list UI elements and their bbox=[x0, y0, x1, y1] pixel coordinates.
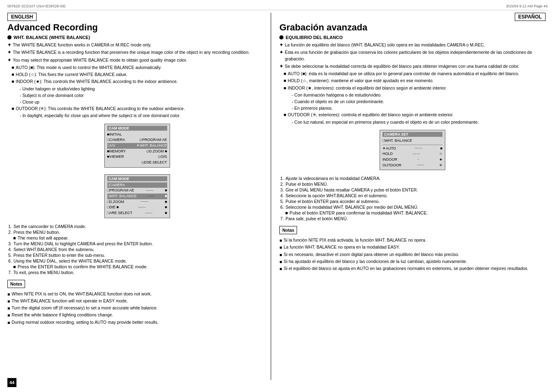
es-step-6: 6. Seleccione la modalidad WHT. BALANCE … bbox=[280, 205, 546, 210]
step-text-2: Press the MENU button. bbox=[14, 230, 60, 235]
sq-text-indoor: INDOOR (★): This controls the WHITE BALA… bbox=[16, 78, 177, 85]
plus-sym-1: ✦ bbox=[7, 42, 11, 48]
es-note-sq-3: ■ bbox=[279, 252, 282, 258]
notes-box: Notes bbox=[7, 280, 25, 288]
note-text-4: Reset the white balance if lighting cond… bbox=[12, 312, 113, 318]
left-section-title: Advanced Recording bbox=[7, 23, 267, 32]
es-plus-sym-2: ✦ bbox=[279, 49, 283, 62]
equilibrio-label: EQUILIBRIO DEL BLANCO bbox=[286, 35, 343, 40]
step-num-5: 5. bbox=[8, 253, 12, 258]
cam-row-aresel: □ARE SELECT···············■ bbox=[107, 210, 167, 216]
note-sq-1: ■ bbox=[7, 291, 10, 297]
es-note-text-4: Si ha ajustado el equilibrio del blanco … bbox=[284, 258, 467, 265]
bullet-circle-icon bbox=[7, 35, 12, 39]
es-step-num-4: 4. bbox=[280, 193, 284, 198]
step-3: 3. Turn the MENU DIAL to highlight CAMER… bbox=[8, 241, 267, 246]
note-text-5: During normal outdoor recording, setting… bbox=[12, 319, 159, 325]
cam-row-camset-wht: □WHT. BALANCE bbox=[382, 138, 442, 144]
note-text-2: The WHT.BALANCE function will not operat… bbox=[12, 298, 128, 304]
es-sq-outdoor: ■ OUTDOOR (✳, exteriores): controla el e… bbox=[283, 112, 546, 118]
note-sq-4: ■ bbox=[7, 312, 10, 318]
es-note-3: ■ Si es necesario, desactive el zoom dig… bbox=[279, 251, 546, 258]
es-step-num-7: 7. bbox=[280, 216, 284, 221]
step-2-sub-text: The menu list will appear. bbox=[18, 235, 69, 240]
step-6-sub: ■ Press the ENTER button to confirm the … bbox=[13, 264, 267, 269]
cam-row-whtbal: □WHT. BALANCE···············■ bbox=[107, 194, 167, 199]
note-4: ■ Reset the white balance if lighting co… bbox=[7, 312, 267, 318]
es-plus-sym-3: ✦ bbox=[279, 63, 283, 69]
es-sub-indoor-3: En primeros planos. bbox=[292, 105, 546, 111]
cam-screenshot-1: CAM MODE ■INITIAL □CAMERA◇PROGRAM AE □A/… bbox=[104, 124, 170, 168]
cam-row-dse: ◇DSE.SELECT bbox=[107, 160, 167, 166]
es-note-sq-4: ■ bbox=[279, 259, 282, 265]
plus-item-2: ✦ The WHITE BALANCE is a recording funct… bbox=[7, 49, 267, 55]
plus-text-3: You may select the appropriate WHITE BAL… bbox=[13, 57, 187, 63]
es-sub-outdoor-1: Con luz natural, en especial en primeros… bbox=[292, 119, 546, 125]
step-2: 2. Press the MENU button. bbox=[8, 230, 267, 235]
notas-box: Notas bbox=[279, 226, 297, 234]
notes-content: ■ When NITE PIX is set to ON, the WHT.BA… bbox=[7, 291, 267, 325]
cam-row-camera-pae: □CAMERA◇PROGRAM AE bbox=[107, 137, 167, 143]
sub-indoor-3: Close up bbox=[20, 99, 267, 105]
plus-sym-2: ✦ bbox=[7, 49, 11, 55]
sq-text-outdoor: OUTDOOR (✳): This controls the WHITE BAL… bbox=[16, 106, 184, 112]
es-note-text-5: Si el equilibrio del blanco se ajusta en… bbox=[284, 265, 529, 272]
cam-row-auto: ✦AUTO···············■ bbox=[382, 146, 442, 152]
es-step-text-7: Para salir, pulse el botón MENÚ. bbox=[286, 216, 348, 221]
espanol-label: ESPAÑOL bbox=[515, 13, 546, 21]
sq-sym-auto: ■ bbox=[12, 65, 14, 71]
es-step-6-sub-text: Pulse el botón ENTER para confirmar la m… bbox=[290, 210, 428, 215]
es-note-text-3: Si es necesario, desactive el zoom digit… bbox=[284, 251, 459, 258]
es-note-5: ■ Si el equilibrio del blanco se ajusta … bbox=[279, 265, 546, 272]
step-num-7: 7. bbox=[8, 270, 12, 275]
es-plus-item-1: ✦ La función de equilibrio del blanco (W… bbox=[279, 42, 546, 48]
plus-sym-3: ✦ bbox=[7, 57, 11, 63]
note-sq-3: ■ bbox=[7, 305, 10, 311]
es-step-num-6: 6. bbox=[280, 205, 284, 210]
es-step-text-2: Pulse el botón MENÚ. bbox=[286, 182, 328, 187]
es-step-2: 2. Pulse el botón MENÚ. bbox=[280, 182, 546, 187]
right-column: ESPAÑOL Grabación avanzada EQUILIBRIO DE… bbox=[275, 13, 546, 380]
es-note-text-1: Si la función NITE PIX está activada, la… bbox=[284, 237, 426, 243]
es-step-text-5: Pulse el botón ENTER para acceder al sub… bbox=[286, 199, 380, 204]
cam-row-camera: □CAMERA bbox=[107, 182, 167, 188]
es-sq-sym-hold: ■ bbox=[283, 78, 286, 84]
wht-balance-label: WHT. BALANCE (WHITE BALANCE) bbox=[14, 35, 90, 40]
step-num-2: 2. bbox=[8, 230, 12, 235]
es-note-text-2: La función WHT. BALANCE no opera en la m… bbox=[284, 244, 400, 250]
screenshots-right: CAMERA SET □WHT. BALANCE ✦AUTO··········… bbox=[279, 127, 546, 173]
step-6: 6. Using the MENU DIAL, select the WHITE… bbox=[8, 258, 267, 263]
cam-title-2: CAM MODE bbox=[107, 176, 167, 181]
es-step-4: 4. Seleccione la opción WHT.BALANCE en e… bbox=[280, 193, 546, 198]
english-label: ENGLISH bbox=[7, 13, 37, 21]
step-num-6: 6. bbox=[8, 258, 12, 263]
es-note-2: ■ La función WHT. BALANCE no opera en la… bbox=[279, 244, 546, 250]
sq-sym-outdoor: ■ bbox=[12, 106, 14, 112]
step-num-4: 4. bbox=[8, 247, 12, 252]
plus-item-3: ✦ You may select the appropriate WHITE B… bbox=[7, 57, 267, 63]
cam-row-die: □DIE ■···············■ bbox=[107, 205, 167, 210]
sq-sym-step2: ■ bbox=[13, 235, 16, 240]
cam-row-memory-dzoom: ■MEMORY◇D.ZOOM ■ bbox=[107, 149, 167, 154]
file-info-right: 3/15/04 9:12 AM Page 44 bbox=[506, 4, 548, 8]
es-step-text-3: Gire el DIAL MENU hasta resaltar CAMERA … bbox=[286, 187, 418, 192]
file-info-left: 00762D SCD107 USA+ESP(28-59) bbox=[7, 4, 65, 8]
sq-sym-indoor: ■ bbox=[12, 78, 14, 85]
sq-text-auto: AUTO (■): This mode is used to control t… bbox=[16, 65, 161, 71]
sub-indoor-2: Subject is of one dominant color bbox=[20, 92, 267, 99]
cam-row-initial: ■INITIAL bbox=[107, 132, 167, 138]
cam-row-viewer-ois: ■VIEWER◇OIS bbox=[107, 154, 167, 160]
cam-title-3: CAMERA SET bbox=[382, 132, 442, 137]
sq-item-hold: ■ HOLD (☆): This fixes the current WHITE… bbox=[12, 71, 267, 78]
wht-balance-heading: WHT. BALANCE (WHITE BALANCE) bbox=[7, 35, 267, 40]
es-sq-text-hold: HOLD (☆, mantener): mantiene el valor qu… bbox=[288, 78, 434, 84]
es-sub-indoor-2: Cuando el objeto es de un color predomin… bbox=[292, 99, 546, 105]
es-sq-hold: ■ HOLD (☆, mantener): mantiene el valor … bbox=[283, 78, 546, 84]
bullet-circle-icon-es bbox=[279, 35, 283, 39]
step-7: 7. To exit, press the MENU button. bbox=[8, 270, 267, 275]
es-plus-text-1: La función de equilibrio del blanco (WHT… bbox=[285, 42, 485, 48]
es-step-text-1: Ajuste la videocámara en la modalidad CA… bbox=[286, 176, 380, 181]
step-text-6: Using the MENU DIAL, select the WHITE BA… bbox=[14, 258, 127, 263]
step-text-5: Press the ENTER button to enter the sub-… bbox=[14, 253, 106, 258]
notas-content: ■ Si la función NITE PIX está activada, … bbox=[279, 237, 546, 272]
